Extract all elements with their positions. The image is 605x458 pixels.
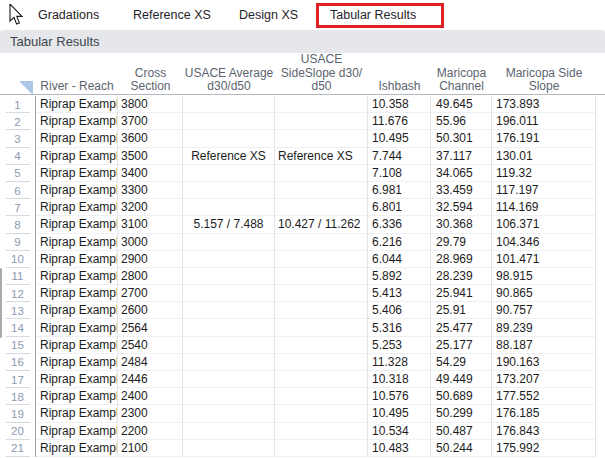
cell-ishbash[interactable]: 6.981 xyxy=(368,182,431,199)
cell-usace-sideslope[interactable] xyxy=(275,285,368,302)
cell-river-reach[interactable]: Riprap Example xyxy=(36,199,118,216)
row-number-cell[interactable]: 9 xyxy=(0,234,36,251)
row-number-cell[interactable]: 12 xyxy=(0,285,36,302)
cell-river-reach[interactable]: Riprap Example xyxy=(36,319,118,336)
cell-usace-sideslope[interactable] xyxy=(275,440,368,457)
cell-ishbash[interactable]: 10.318 xyxy=(368,371,431,388)
cell-ishbash[interactable]: 10.358 xyxy=(368,96,431,113)
cell-usace-sideslope[interactable] xyxy=(275,405,368,422)
column-header-maricopa-side-slope[interactable]: Maricopa Side Slope xyxy=(492,53,596,97)
cell-cross-section[interactable]: 3000 xyxy=(118,234,183,251)
table-row[interactable]: 7 Riprap Example 3200 6.801 32.594 114.1… xyxy=(0,199,605,216)
cell-ishbash[interactable]: 6.044 xyxy=(368,251,431,268)
cell-usace-sideslope[interactable] xyxy=(275,423,368,440)
cell-maricopa-side-slope[interactable]: 114.169 xyxy=(492,199,596,216)
cell-ishbash[interactable]: 10.576 xyxy=(368,388,431,405)
cell-usace-sideslope[interactable] xyxy=(275,354,368,371)
cell-ishbash[interactable]: 6.336 xyxy=(368,216,431,233)
table-row[interactable]: 1 Riprap Example 3800 10.358 49.645 173.… xyxy=(0,96,605,113)
cell-maricopa-channel[interactable]: 25.477 xyxy=(431,319,492,336)
cell-ishbash[interactable]: 5.316 xyxy=(368,319,431,336)
table-row[interactable]: 8 Riprap Example 3100 5.157 / 7.488 10.4… xyxy=(0,216,605,233)
table-row[interactable]: 20 Riprap Example 2200 10.534 50.487 176… xyxy=(0,423,605,440)
cell-ishbash[interactable]: 5.892 xyxy=(368,268,431,285)
cell-cross-section[interactable]: 2100 xyxy=(118,440,183,457)
cell-usace-average[interactable] xyxy=(183,96,275,113)
cell-cross-section[interactable]: 2700 xyxy=(118,285,183,302)
row-number-cell[interactable]: 15 xyxy=(0,337,36,354)
cell-maricopa-channel[interactable]: 55.96 xyxy=(431,113,492,130)
cell-ishbash[interactable]: 10.495 xyxy=(368,130,431,147)
cell-cross-section[interactable]: 2200 xyxy=(118,423,183,440)
cell-usace-sideslope[interactable] xyxy=(275,165,368,182)
left-scrollbar-thumb[interactable] xyxy=(0,268,2,338)
row-number-cell[interactable]: 4 xyxy=(0,148,36,165)
cell-usace-sideslope[interactable] xyxy=(275,388,368,405)
cell-usace-sideslope[interactable] xyxy=(275,251,368,268)
cell-maricopa-side-slope[interactable]: 88.187 xyxy=(492,337,596,354)
cell-cross-section[interactable]: 2300 xyxy=(118,405,183,422)
tab-gradations[interactable]: Gradations xyxy=(38,0,99,30)
cell-river-reach[interactable]: Riprap Example xyxy=(36,371,118,388)
cell-ishbash[interactable]: 10.534 xyxy=(368,423,431,440)
cell-cross-section[interactable]: 2900 xyxy=(118,251,183,268)
cell-maricopa-side-slope[interactable]: 130.01 xyxy=(492,148,596,165)
cell-usace-average[interactable] xyxy=(183,440,275,457)
cell-maricopa-side-slope[interactable]: 106.371 xyxy=(492,216,596,233)
cell-usace-average[interactable] xyxy=(183,371,275,388)
cell-cross-section[interactable]: 2400 xyxy=(118,388,183,405)
cell-usace-average[interactable] xyxy=(183,182,275,199)
table-row[interactable]: 18 Riprap Example 2400 10.576 50.689 177… xyxy=(0,388,605,405)
table-row[interactable]: 15 Riprap Example 2540 5.253 25.177 88.1… xyxy=(0,337,605,354)
cell-usace-average[interactable] xyxy=(183,337,275,354)
cell-ishbash[interactable]: 5.253 xyxy=(368,337,431,354)
cell-maricopa-channel[interactable]: 28.239 xyxy=(431,268,492,285)
cell-maricopa-side-slope[interactable]: 177.552 xyxy=(492,388,596,405)
cell-river-reach[interactable]: Riprap Example xyxy=(36,440,118,457)
table-row[interactable]: 5 Riprap Example 3400 7.108 34.065 119.3… xyxy=(0,165,605,182)
cell-usace-sideslope[interactable] xyxy=(275,96,368,113)
cell-cross-section[interactable]: 2540 xyxy=(118,337,183,354)
cell-ishbash[interactable]: 6.801 xyxy=(368,199,431,216)
row-number-cell[interactable]: 5 xyxy=(0,165,36,182)
row-number-cell[interactable]: 6 xyxy=(0,182,36,199)
cell-usace-sideslope[interactable] xyxy=(275,319,368,336)
select-all-corner[interactable] xyxy=(0,53,36,97)
column-header-river-reach[interactable]: River - Reach xyxy=(36,53,118,97)
table-row[interactable]: 10 Riprap Example 2900 6.044 28.969 101.… xyxy=(0,251,605,268)
cell-maricopa-side-slope[interactable]: 90.865 xyxy=(492,285,596,302)
cell-usace-average[interactable] xyxy=(183,285,275,302)
cell-river-reach[interactable]: Riprap Example xyxy=(36,234,118,251)
cell-maricopa-channel[interactable]: 33.459 xyxy=(431,182,492,199)
cell-usace-sideslope[interactable] xyxy=(275,302,368,319)
row-number-cell[interactable]: 7 xyxy=(0,199,36,216)
table-row[interactable]: 19 Riprap Example 2300 10.495 50.299 176… xyxy=(0,405,605,422)
cell-usace-average[interactable] xyxy=(183,319,275,336)
cell-cross-section[interactable]: 2564 xyxy=(118,319,183,336)
row-number-cell[interactable]: 10 xyxy=(0,251,36,268)
cell-maricopa-channel[interactable]: 28.969 xyxy=(431,251,492,268)
cell-maricopa-side-slope[interactable]: 190.163 xyxy=(492,354,596,371)
cell-usace-sideslope[interactable] xyxy=(275,268,368,285)
cell-usace-sideslope[interactable]: Reference XS xyxy=(275,148,368,165)
row-number-cell[interactable]: 2 xyxy=(0,113,36,130)
cell-usace-average[interactable] xyxy=(183,165,275,182)
row-number-cell[interactable]: 3 xyxy=(0,130,36,147)
cell-river-reach[interactable]: Riprap Example xyxy=(36,130,118,147)
cell-maricopa-channel[interactable]: 50.299 xyxy=(431,405,492,422)
cell-maricopa-side-slope[interactable]: 90.757 xyxy=(492,302,596,319)
cell-ishbash[interactable]: 5.413 xyxy=(368,285,431,302)
cell-cross-section[interactable]: 3800 xyxy=(118,96,183,113)
row-number-cell[interactable]: 18 xyxy=(0,388,36,405)
tab-tabular-results[interactable]: Tabular Results xyxy=(330,0,416,30)
cell-usace-average[interactable] xyxy=(183,199,275,216)
cell-river-reach[interactable]: Riprap Example xyxy=(36,182,118,199)
column-header-maricopa-channel[interactable]: Maricopa Channel xyxy=(431,53,492,97)
cell-usace-sideslope[interactable] xyxy=(275,234,368,251)
cell-maricopa-side-slope[interactable]: 176.843 xyxy=(492,423,596,440)
cell-usace-sideslope[interactable] xyxy=(275,337,368,354)
cell-usace-sideslope[interactable] xyxy=(275,199,368,216)
cell-river-reach[interactable]: Riprap Example xyxy=(36,216,118,233)
cell-usace-average[interactable] xyxy=(183,251,275,268)
cell-maricopa-channel[interactable]: 50.301 xyxy=(431,130,492,147)
